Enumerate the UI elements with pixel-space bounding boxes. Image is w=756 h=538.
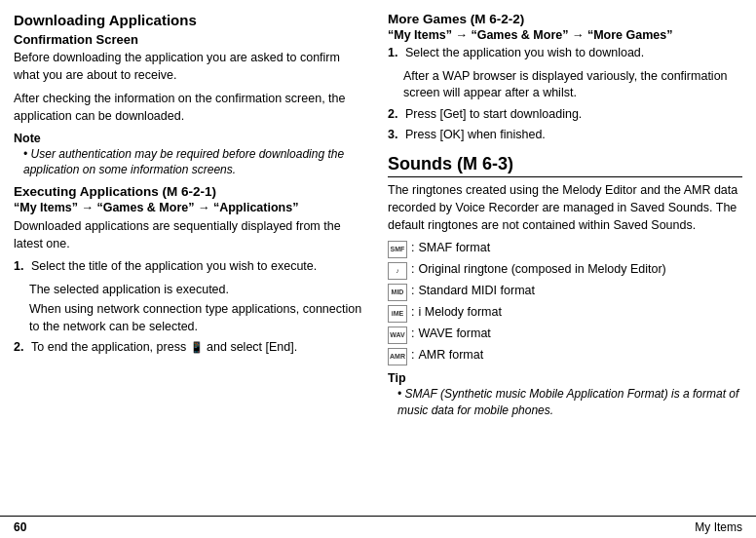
mg-step-3: 3. Press [OK] when finished. — [388, 127, 742, 144]
mg-step1-sub: After a WAP browser is displayed various… — [388, 68, 742, 102]
step1-sub2: When using network connection type appli… — [14, 301, 368, 335]
left-column: Downloading Applications Confirmation Sc… — [14, 12, 368, 516]
format-icon: MID — [388, 284, 407, 301]
executing-title: Executing Applications (M 6-2-1) — [14, 184, 368, 199]
tip-text: SMAF (Synthetic music Mobile Application… — [388, 386, 742, 419]
more-games-steps-2: 2. Press [Get] to start downloading. 3. … — [388, 106, 742, 144]
icon-colon: : — [411, 347, 414, 365]
mg-step2-content: Press [Get] to start downloading. — [405, 106, 582, 124]
mg-step1-content: Select the application you wish to downl… — [405, 45, 644, 62]
icon-colon: : — [411, 326, 414, 343]
confirmation-para2: After checking the information on the co… — [14, 90, 368, 125]
step1-text: Select the title of the application you … — [31, 259, 317, 273]
tip-label: Tip — [388, 371, 742, 385]
format-icon: iME — [388, 305, 407, 323]
format-label: Standard MIDI format — [418, 283, 535, 300]
step2-content: To end the application, press 📱 and sele… — [31, 339, 297, 357]
icon-colon: : — [411, 261, 414, 279]
executing-steps: 1. Select the title of the application y… — [14, 258, 368, 276]
icon-colon: : — [411, 283, 414, 300]
step2-num: 2. — [14, 339, 27, 357]
mg-step2-num: 2. — [388, 106, 401, 124]
icon-list-item: WAV:WAVE format — [388, 326, 742, 344]
mg-step2-text: Press [Get] to start downloading. — [405, 107, 582, 121]
note-label: Note — [14, 132, 368, 145]
icon-list-item: iME:i Melody format — [388, 304, 742, 323]
mg-step-2: 2. Press [Get] to start downloading. — [388, 106, 742, 124]
right-column: More Games (M 6-2-2) “My Items” → “Games… — [388, 12, 742, 516]
format-label: WAVE format — [418, 326, 490, 343]
step2-text: To end the application, press 📱 and sele… — [31, 340, 297, 354]
icon-list-item: AMR:AMR format — [388, 347, 742, 365]
step-2: 2. To end the application, press 📱 and s… — [14, 339, 368, 357]
more-games-steps: 1. Select the application you wish to do… — [388, 45, 742, 62]
more-games-nav: “My Items” → “Games & More” → “More Game… — [388, 28, 742, 42]
sounds-title: Sounds (M 6-3) — [388, 154, 742, 177]
mg-step3-content: Press [OK] when finished. — [405, 127, 546, 144]
mg-step-1: 1. Select the application you wish to do… — [388, 45, 742, 62]
format-label: AMR format — [418, 347, 483, 365]
mg-step3-text: Press [OK] when finished. — [405, 128, 546, 141]
format-icon: ♪ — [388, 262, 407, 280]
note-text: User authentication may be required befo… — [14, 146, 368, 179]
step1-sub1: The selected application is executed. — [14, 282, 368, 299]
executing-nav: “My Items” → “Games & More” → “Applicati… — [14, 201, 368, 214]
footer-section-label: My Items — [695, 520, 742, 534]
content-area: Downloading Applications Confirmation Sc… — [0, 0, 756, 516]
downloading-title: Downloading Applications — [14, 12, 368, 28]
confirmation-para1: Before downloading the application you a… — [14, 49, 368, 84]
executing-desc: Downloaded applications are sequentially… — [14, 217, 368, 252]
format-icon: WAV — [388, 327, 407, 344]
icon-colon: : — [411, 304, 414, 322]
footer-page-number: 60 — [14, 520, 26, 534]
format-label: Original ringtone (composed in Melody Ed… — [418, 261, 665, 279]
page-container: Downloading Applications Confirmation Sc… — [0, 0, 756, 538]
format-icon: SMF — [388, 241, 407, 258]
format-label: i Melody format — [418, 304, 501, 322]
icon-list-item: SMF:SMAF format — [388, 240, 742, 258]
mg-step1-text: Select the application you wish to downl… — [405, 46, 644, 59]
executing-steps-2: 2. To end the application, press 📱 and s… — [14, 339, 368, 357]
mg-step3-num: 3. — [388, 127, 401, 144]
icon-colon: : — [411, 240, 414, 257]
more-games-title: More Games (M 6-2-2) — [388, 12, 742, 26]
step-1: 1. Select the title of the application y… — [14, 258, 368, 276]
confirmation-subtitle: Confirmation Screen — [14, 32, 368, 47]
icon-list: SMF:SMAF format♪:Original ringtone (comp… — [388, 240, 742, 365]
sounds-desc: The ringtones created using the Melody E… — [388, 181, 742, 234]
sounds-section: Sounds (M 6-3) The ringtones created usi… — [388, 154, 742, 419]
format-label: SMAF format — [418, 240, 490, 257]
footer: 60 My Items — [0, 516, 756, 538]
step1-content: Select the title of the application you … — [31, 258, 317, 276]
format-icon: AMR — [388, 348, 407, 365]
icon-list-item: MID:Standard MIDI format — [388, 283, 742, 301]
mg-step1-num: 1. — [388, 45, 401, 62]
step1-num: 1. — [14, 258, 27, 276]
icon-list-item: ♪:Original ringtone (composed in Melody … — [388, 261, 742, 280]
